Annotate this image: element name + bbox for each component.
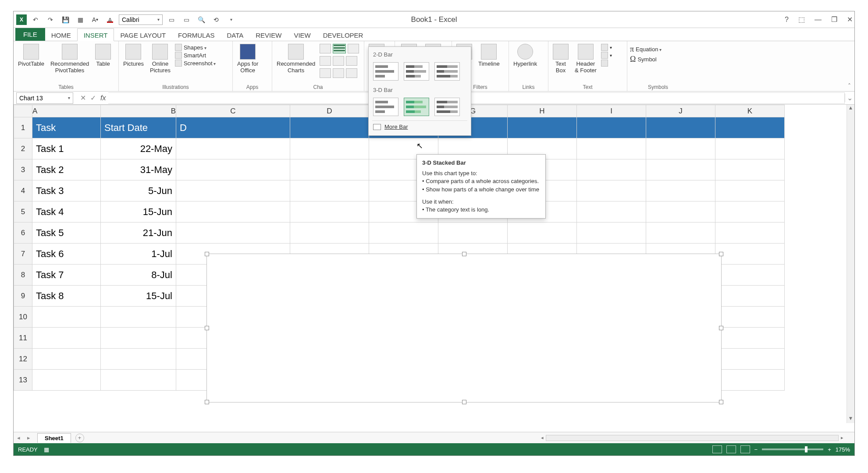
cell[interactable]: Task 1 — [32, 138, 101, 159]
cell[interactable]: 15-Jul — [101, 286, 176, 307]
minimize-button[interactable]: — — [815, 16, 822, 24]
cell[interactable]: 15-Jun — [101, 201, 176, 222]
smartart-button[interactable]: SmartArt — [175, 52, 216, 59]
cell[interactable]: Start Date — [101, 117, 176, 138]
sheet-nav-prev[interactable]: ◂ — [14, 434, 24, 441]
cell[interactable] — [715, 159, 785, 180]
sheet-tab[interactable]: Sheet1 — [37, 433, 71, 443]
cell[interactable] — [508, 222, 577, 244]
zoom-slider[interactable] — [762, 448, 823, 450]
cell[interactable] — [715, 349, 785, 370]
cell[interactable] — [646, 159, 715, 180]
cell[interactable]: Task 3 — [32, 180, 101, 201]
cell[interactable] — [646, 222, 715, 244]
enter-formula-icon[interactable]: ✓ — [90, 94, 96, 102]
row-header[interactable]: 7 — [14, 244, 32, 265]
cell[interactable] — [646, 180, 715, 201]
signature-button[interactable]: ▾ — [601, 52, 612, 59]
row-header[interactable]: 4 — [14, 180, 32, 201]
fx-icon[interactable]: fx — [100, 94, 108, 102]
cell[interactable] — [715, 222, 785, 244]
apps-for-office-button[interactable]: Apps for Office — [235, 43, 260, 74]
cell[interactable] — [715, 307, 785, 328]
pictures-button[interactable]: Pictures — [121, 43, 146, 74]
clustered-bar-2d[interactable] — [373, 62, 398, 81]
close-button[interactable]: ✕ — [847, 15, 853, 24]
stacked-bar-3d[interactable] — [404, 98, 429, 116]
scatter-chart-button[interactable] — [333, 68, 344, 78]
clustered-bar-3d[interactable] — [373, 98, 398, 116]
cell[interactable] — [176, 138, 290, 159]
wordart-button[interactable]: ▾ — [601, 44, 612, 51]
cell[interactable] — [369, 222, 438, 244]
cell[interactable]: Task 5 — [32, 222, 101, 244]
cell[interactable] — [715, 370, 785, 391]
col-header[interactable]: D — [290, 105, 369, 117]
formula-input[interactable] — [108, 92, 845, 104]
cell[interactable] — [290, 201, 369, 222]
row-header[interactable]: 10 — [14, 307, 32, 328]
column-chart-button[interactable] — [320, 44, 331, 53]
cell[interactable] — [577, 222, 646, 244]
cell[interactable] — [101, 370, 176, 391]
save-button[interactable]: 💾 — [59, 14, 71, 26]
ribbon-display-options[interactable]: ⬚ — [798, 15, 805, 24]
row-header[interactable]: 8 — [14, 265, 32, 286]
cell[interactable] — [32, 328, 101, 349]
recommended-pivottables-button[interactable]: Recommended PivotTables — [49, 43, 91, 74]
cell[interactable] — [646, 138, 715, 159]
timeline-button[interactable]: Timeline — [477, 43, 502, 68]
tab-data[interactable]: DATA — [221, 29, 249, 41]
recommended-charts-button[interactable]: Recommended Charts — [275, 43, 317, 78]
combo-chart-button[interactable] — [346, 56, 357, 66]
qa-refresh[interactable]: ⟲ — [210, 14, 222, 26]
row-header[interactable]: 2 — [14, 138, 32, 159]
normal-view-button[interactable] — [712, 445, 722, 453]
cell[interactable] — [715, 201, 785, 222]
qa-zoom[interactable]: 🔍 — [195, 14, 207, 26]
header-footer-button[interactable]: Header & Footer — [573, 43, 598, 74]
cell[interactable] — [290, 117, 369, 138]
cell[interactable] — [715, 286, 785, 307]
row-header[interactable]: 9 — [14, 286, 32, 307]
more-charts-button[interactable] — [346, 68, 357, 78]
tab-review[interactable]: REVIEW — [249, 29, 288, 41]
row-header[interactable]: 5 — [14, 201, 32, 222]
row-header[interactable]: 12 — [14, 349, 32, 370]
cell[interactable] — [290, 222, 369, 244]
object-button[interactable] — [601, 60, 612, 67]
area-chart-button[interactable] — [333, 56, 344, 66]
hyperlink-button[interactable]: Hyperlink — [512, 43, 539, 68]
row-header[interactable]: 11 — [14, 328, 32, 349]
cell[interactable] — [176, 180, 290, 201]
cell[interactable] — [290, 180, 369, 201]
cell[interactable]: Task 4 — [32, 201, 101, 222]
tab-file[interactable]: FILE — [15, 28, 45, 41]
cell[interactable] — [577, 117, 646, 138]
cell[interactable] — [577, 159, 646, 180]
help-button[interactable]: ? — [785, 16, 789, 24]
cell[interactable] — [290, 159, 369, 180]
cell[interactable] — [101, 349, 176, 370]
cell[interactable] — [508, 117, 577, 138]
cell[interactable] — [715, 180, 785, 201]
page-layout-view-button[interactable] — [726, 445, 736, 453]
cell[interactable]: 22-May — [101, 138, 176, 159]
col-header[interactable]: I — [577, 105, 646, 117]
pie-chart-button[interactable] — [320, 68, 331, 78]
cell[interactable] — [32, 349, 101, 370]
page-break-view-button[interactable] — [740, 445, 750, 453]
row-header[interactable]: 1 — [14, 117, 32, 138]
cell[interactable] — [101, 328, 176, 349]
cell[interactable] — [715, 244, 785, 265]
shapes-button[interactable]: Shapes — [175, 44, 216, 51]
stacked-bar-2d[interactable] — [404, 62, 429, 81]
row-header[interactable]: 6 — [14, 222, 32, 244]
redo-button[interactable]: ↷ — [44, 14, 57, 26]
col-header[interactable]: J — [646, 105, 715, 117]
cell[interactable] — [646, 201, 715, 222]
cell[interactable] — [101, 307, 176, 328]
cell[interactable] — [715, 117, 785, 138]
cell[interactable] — [176, 201, 290, 222]
cell[interactable] — [176, 222, 290, 244]
